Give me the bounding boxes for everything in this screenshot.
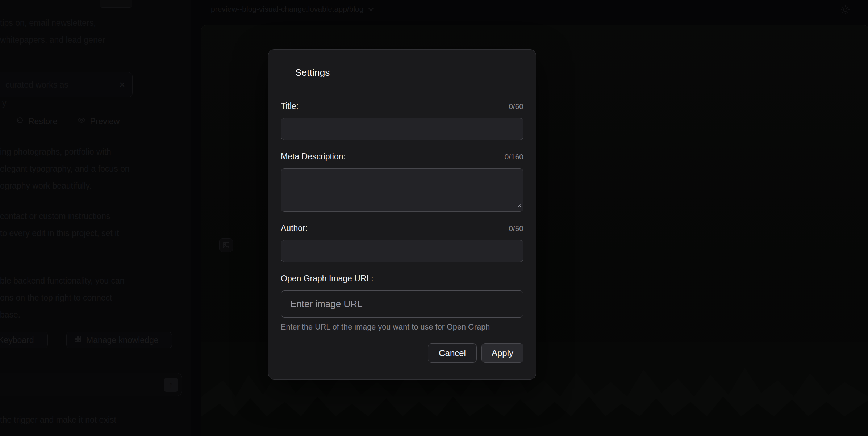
meta-description-label: Meta Description: bbox=[281, 152, 346, 162]
meta-description-counter: 0/160 bbox=[504, 152, 523, 161]
title-field-header: Title: 0/60 bbox=[281, 101, 523, 112]
divider bbox=[281, 85, 523, 85]
og-helper-text: Enter the URL of the image you want to u… bbox=[281, 323, 523, 332]
og-image-url-label: Open Graph Image URL: bbox=[281, 274, 374, 284]
title-input[interactable] bbox=[281, 118, 523, 140]
og-image-url-input[interactable] bbox=[281, 290, 523, 318]
screen: tips on, email newsletters, whitepapers,… bbox=[0, 0, 868, 436]
meta-description-textarea[interactable] bbox=[281, 168, 523, 212]
settings-dialog: Settings Title: 0/60 Meta Description: 0… bbox=[268, 49, 536, 380]
title-counter: 0/60 bbox=[509, 102, 523, 111]
meta-description-wrap bbox=[281, 168, 523, 212]
dialog-buttons: Cancel Apply bbox=[281, 343, 523, 363]
dialog-title: Settings bbox=[295, 68, 523, 77]
author-counter: 0/50 bbox=[509, 224, 523, 233]
author-label: Author: bbox=[281, 223, 308, 233]
title-label: Title: bbox=[281, 101, 299, 111]
apply-button[interactable]: Apply bbox=[481, 343, 523, 363]
cancel-button[interactable]: Cancel bbox=[428, 343, 477, 363]
og-field-header: Open Graph Image URL: bbox=[281, 274, 523, 285]
author-field-header: Author: 0/50 bbox=[281, 223, 523, 234]
author-input[interactable] bbox=[281, 240, 523, 262]
meta-description-field-header: Meta Description: 0/160 bbox=[281, 152, 523, 163]
